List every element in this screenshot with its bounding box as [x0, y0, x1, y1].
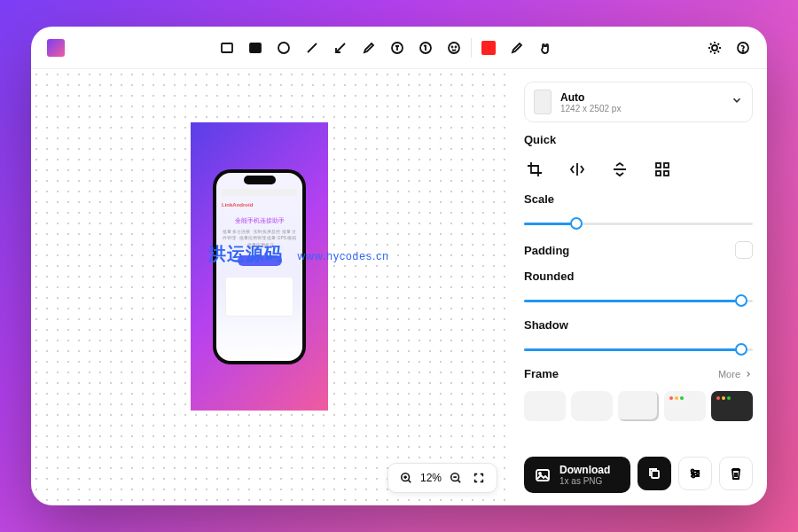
- shadow-slider[interactable]: [524, 342, 753, 356]
- svg-line-4: [336, 43, 345, 52]
- properties-panel: Auto 1242 x 2502 px Quick Scale Padding …: [510, 69, 767, 505]
- annotation-tools: [219, 40, 462, 56]
- section-scale: Scale: [524, 192, 753, 206]
- svg-rect-16: [664, 163, 669, 168]
- browser-url-bar: [222, 189, 297, 196]
- svg-line-3: [308, 43, 317, 52]
- zoom-level: 12%: [420, 472, 442, 484]
- frame-option-rounded[interactable]: [571, 391, 613, 421]
- delete-button[interactable]: [719, 457, 753, 490]
- download-subtitle: 1x as PNG: [559, 476, 610, 486]
- svg-point-12: [743, 51, 744, 51]
- phone-screenshot-preview: [225, 277, 293, 317]
- flip-vertical-icon[interactable]: [611, 160, 629, 178]
- download-title: Download: [559, 464, 610, 476]
- phone-brand: LinkAndroid: [222, 202, 297, 207]
- svg-rect-0: [222, 43, 232, 52]
- emoji-tool-icon[interactable]: [446, 40, 462, 56]
- section-shadow: Shadow: [524, 318, 753, 332]
- svg-point-24: [692, 475, 695, 478]
- size-mode: Auto: [560, 91, 621, 104]
- phone-headline: 全能手机连接助手: [222, 216, 297, 225]
- frame-options: [524, 391, 753, 421]
- size-dimensions: 1242 x 2502 px: [560, 104, 621, 113]
- circle-tool-icon[interactable]: [276, 40, 292, 56]
- help-icon[interactable]: [735, 40, 751, 56]
- color-tools: [481, 40, 553, 56]
- zoom-out-icon[interactable]: [447, 469, 465, 487]
- svg-rect-17: [656, 171, 661, 176]
- phone-cta-button: [238, 255, 282, 266]
- line-tool-icon[interactable]: [304, 40, 320, 56]
- pencil-tool-icon[interactable]: [361, 40, 377, 56]
- svg-rect-21: [652, 471, 659, 478]
- svg-point-2: [278, 43, 289, 53]
- text-tool-icon[interactable]: [389, 40, 405, 56]
- size-thumbnail-icon: [534, 90, 552, 114]
- svg-rect-18: [664, 171, 669, 176]
- size-selector[interactable]: Auto 1242 x 2502 px: [524, 82, 753, 122]
- artboard[interactable]: LinkAndroid 全能手机连接助手 批量 多台连接 · 实时投屏反控 批量…: [191, 122, 328, 411]
- phone-mockup: LinkAndroid 全能手机连接助手 批量 多台连接 · 实时投屏反控 批量…: [213, 169, 306, 364]
- top-toolbar: [31, 27, 767, 69]
- copy-button[interactable]: [638, 457, 671, 490]
- theme-toggle-icon[interactable]: [707, 40, 723, 56]
- frame-option-shadow[interactable]: [618, 391, 660, 421]
- svg-point-20: [539, 473, 541, 474]
- svg-rect-19: [536, 470, 549, 481]
- phone-screen: LinkAndroid 全能手机连接助手 批量 多台连接 · 实时投屏反控 批量…: [216, 173, 302, 361]
- color-swatch[interactable]: [481, 40, 497, 56]
- svg-point-23: [697, 473, 700, 475]
- app-logo-icon[interactable]: [47, 39, 65, 57]
- zoom-controls: 12%: [387, 463, 497, 493]
- grid-icon[interactable]: [653, 160, 671, 178]
- canvas[interactable]: LinkAndroid 全能手机连接助手 批量 多台连接 · 实时投屏反控 批量…: [31, 69, 510, 505]
- section-quick: Quick: [524, 133, 753, 146]
- quick-actions: [524, 157, 753, 182]
- padding-toggle[interactable]: [735, 241, 753, 259]
- svg-point-10: [712, 45, 717, 51]
- settings-button[interactable]: [678, 457, 712, 490]
- svg-point-9: [455, 46, 456, 47]
- download-button[interactable]: Download 1x as PNG: [524, 457, 630, 493]
- fit-screen-icon[interactable]: [470, 469, 488, 487]
- phone-notch-icon: [244, 176, 276, 184]
- crop-icon[interactable]: [526, 160, 544, 178]
- frame-more-button[interactable]: More: [718, 369, 753, 379]
- filled-rectangle-tool-icon[interactable]: [247, 40, 263, 56]
- svg-point-8: [451, 46, 452, 47]
- bottom-actions: Download 1x as PNG: [524, 457, 753, 493]
- flip-horizontal-icon[interactable]: [568, 160, 586, 178]
- topbar-right: [707, 40, 751, 56]
- frame-option-none[interactable]: [524, 391, 566, 421]
- svg-point-22: [692, 470, 694, 473]
- main-area: LinkAndroid 全能手机连接助手 批量 多台连接 · 实时投屏反控 批量…: [31, 69, 767, 505]
- zoom-in-icon[interactable]: [397, 469, 415, 487]
- svg-point-7: [449, 43, 459, 53]
- section-padding: Padding: [524, 244, 569, 257]
- chevron-down-icon: [731, 94, 743, 110]
- counter-tool-icon[interactable]: [418, 40, 434, 56]
- frame-option-mac-light[interactable]: [664, 391, 706, 421]
- svg-rect-15: [656, 163, 661, 168]
- eyedropper-icon[interactable]: [509, 40, 525, 56]
- section-rounded: Rounded: [524, 270, 753, 283]
- rectangle-tool-icon[interactable]: [219, 40, 235, 56]
- scale-slider[interactable]: [524, 216, 753, 231]
- svg-rect-1: [250, 43, 261, 52]
- frame-option-mac-dark[interactable]: [711, 391, 753, 421]
- app-window: LinkAndroid 全能手机连接助手 批量 多台连接 · 实时投屏反控 批量…: [31, 27, 767, 505]
- rounded-slider[interactable]: [524, 293, 753, 308]
- hand-tool-icon[interactable]: [537, 40, 553, 56]
- section-frame: Frame: [524, 367, 559, 380]
- arrow-tool-icon[interactable]: [332, 40, 348, 56]
- separator: [471, 38, 472, 58]
- phone-subtext: 批量 多台连接 · 实时投屏反控 批量 文件管理 · 批量应用管理 批量 GPS…: [222, 229, 297, 249]
